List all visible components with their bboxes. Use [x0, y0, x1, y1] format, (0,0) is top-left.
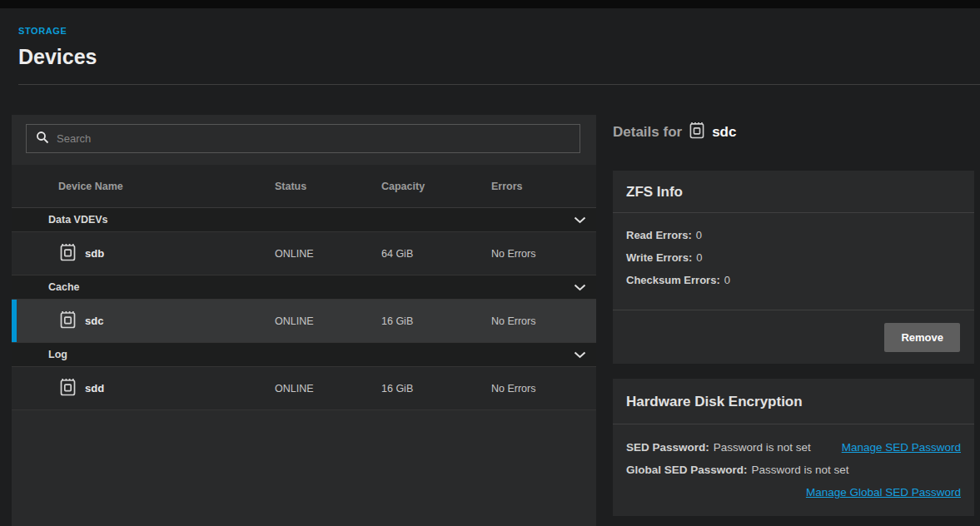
disk-icon — [60, 378, 76, 399]
group-label: Cache — [12, 281, 275, 293]
device-capacity: 64 GiB — [381, 248, 491, 260]
hardware-disk-encryption-title: Hardware Disk Encryption — [613, 379, 974, 424]
table-row-sdb[interactable]: sdb ONLINE 64 GiB No Errors — [12, 232, 596, 275]
group-label: Data VDEVs — [12, 214, 275, 226]
write-errors-label: Write Errors: — [626, 251, 692, 264]
details-title-prefix: Details for — [613, 124, 682, 141]
search-icon — [36, 131, 49, 147]
manage-sed-password-link[interactable]: Manage SED Password — [842, 441, 961, 454]
device-errors: No Errors — [491, 248, 563, 260]
group-row-data-vdevs[interactable]: Data VDEVs — [12, 208, 596, 232]
device-capacity: 16 GiB — [381, 315, 491, 327]
search-input[interactable] — [57, 132, 570, 145]
checksum-errors-row: Checksum Errors:0 — [626, 269, 961, 291]
device-name: sdb — [85, 247, 104, 260]
details-title: Details for sdc — [613, 122, 736, 143]
checksum-errors-value: 0 — [724, 274, 730, 286]
read-errors-row: Read Errors:0 — [626, 224, 961, 246]
table-header-row: Device Name Status Capacity Errors — [12, 165, 596, 208]
device-status: ONLINE — [275, 315, 381, 327]
details-device-name: sdc — [712, 124, 736, 141]
global-sed-password-label: Global SED Password: — [626, 464, 748, 476]
checksum-errors-label: Checksum Errors: — [626, 274, 720, 286]
column-header-status: Status — [275, 181, 381, 192]
sed-password-row: SED Password: Password is not set Manage… — [626, 441, 961, 454]
device-name: sdc — [85, 315, 103, 327]
column-header-capacity: Capacity — [381, 181, 491, 192]
disk-icon — [689, 122, 704, 143]
global-sed-password-value: Password is not set — [752, 464, 849, 476]
device-status: ONLINE — [275, 383, 381, 394]
hardware-disk-encryption-card: Hardware Disk Encryption SED Password: P… — [613, 379, 974, 516]
manage-global-sed-password-link[interactable]: Manage Global SED Password — [806, 486, 961, 499]
sed-password-value: Password is not set — [714, 441, 811, 454]
write-errors-row: Write Errors:0 — [626, 246, 961, 269]
page-title: Devices — [18, 45, 97, 69]
zfs-info-body: Read Errors:0 Write Errors:0 Checksum Er… — [613, 213, 974, 291]
read-errors-label: Read Errors: — [626, 229, 692, 241]
column-header-device-name: Device Name — [12, 181, 275, 192]
title-divider — [18, 84, 980, 85]
page-header: STORAGE Devices — [0, 8, 980, 115]
chevron-down-icon[interactable] — [563, 284, 596, 291]
remove-button[interactable]: Remove — [884, 323, 960, 352]
zfs-info-card: ZFS Info Read Errors:0 Write Errors:0 Ch… — [613, 171, 974, 364]
column-header-errors: Errors — [491, 181, 563, 192]
device-status: ONLINE — [275, 248, 381, 260]
search-box[interactable] — [26, 124, 580, 153]
table-row-sdc[interactable]: sdc ONLINE 16 GiB No Errors — [12, 300, 596, 343]
device-capacity: 16 GiB — [381, 383, 491, 394]
top-bar — [0, 0, 980, 8]
disk-icon — [60, 310, 76, 331]
group-row-log[interactable]: Log — [12, 343, 596, 367]
zfs-info-footer: Remove — [613, 310, 974, 364]
device-name: sdd — [85, 382, 104, 394]
zfs-info-title: ZFS Info — [613, 171, 974, 213]
sed-password-label: SED Password: — [626, 441, 709, 454]
global-sed-link-row: Manage Global SED Password — [626, 486, 961, 499]
chevron-down-icon[interactable] — [563, 216, 596, 224]
write-errors-value: 0 — [696, 251, 702, 264]
table-row-sdd[interactable]: sdd ONLINE 16 GiB No Errors — [12, 367, 596, 410]
disk-icon — [60, 243, 76, 264]
group-label: Log — [12, 349, 275, 360]
breadcrumb-storage[interactable]: STORAGE — [18, 26, 67, 36]
global-sed-password-row: Global SED Password: Password is not set — [626, 464, 961, 476]
chevron-down-icon[interactable] — [563, 351, 596, 359]
table-toolbar — [12, 115, 596, 165]
device-errors: No Errors — [491, 383, 563, 394]
device-errors: No Errors — [491, 315, 563, 327]
devices-table-card: Device Name Status Capacity Errors Data … — [12, 115, 596, 526]
details-panel: Details for sdc ZFS Info Read Errors:0 W… — [613, 115, 974, 526]
hardware-disk-encryption-body: SED Password: Password is not set Manage… — [613, 424, 974, 499]
group-row-cache[interactable]: Cache — [12, 275, 596, 300]
read-errors-value: 0 — [696, 229, 702, 241]
